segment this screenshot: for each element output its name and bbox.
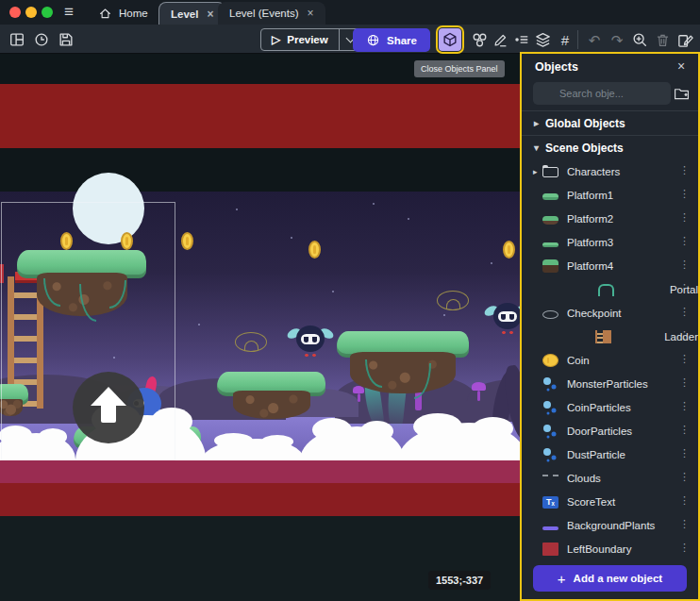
coin-object[interactable] — [181, 232, 193, 250]
redo-button[interactable]: ↷ — [606, 28, 628, 51]
object-item-scoretext[interactable]: ▸ ScoreText ⋮ — [522, 490, 698, 513]
object-item-leftboundary[interactable]: ▸ LeftBoundary ⋮ — [522, 537, 698, 560]
object-item-characters[interactable]: ▸ Characters ⋮ — [522, 159, 698, 183]
tab-close-icon[interactable]: × — [308, 7, 314, 20]
row-menu-icon[interactable]: ⋮ — [679, 235, 690, 247]
object-item-dustparticle[interactable]: ▸ DustParticle ⋮ — [522, 442, 698, 466]
row-menu-icon[interactable]: ⋮ — [679, 259, 690, 271]
delete-button[interactable] — [651, 28, 674, 51]
objects-panel: Objects × ▸ Global Objects ▾ Scene Objec… — [520, 52, 700, 601]
object-item-portal[interactable]: ▸ Portal ⋮ — [522, 277, 698, 301]
row-menu-icon[interactable]: ⋮ — [679, 353, 690, 365]
object-item-backgroundplants[interactable]: ▸ BackgroundPlants ⋮ — [522, 513, 698, 537]
row-menu-icon[interactable]: ⋮ — [679, 282, 690, 294]
preview-label: Preview — [287, 34, 327, 45]
row-menu-icon[interactable]: ⋮ — [679, 424, 690, 436]
edit-instance-icon — [676, 31, 694, 49]
scene-bottom-red-band[interactable] — [0, 483, 525, 516]
monster-object[interactable] — [290, 324, 331, 358]
scene-objects-list: ▸ Characters ⋮ ▸ Platform1 ⋮ ▸ Platform2… — [522, 159, 698, 560]
global-objects-section[interactable]: ▸ Global Objects — [522, 111, 698, 135]
caret-right-icon[interactable]: ▸ — [533, 167, 542, 176]
object-groups-button[interactable] — [468, 28, 491, 51]
panels-layout-button[interactable] — [6, 28, 28, 51]
close-panel-icon[interactable]: × — [673, 58, 690, 75]
checkpoint-object[interactable] — [437, 291, 469, 310]
object-item-platform2[interactable]: ▸ Platform2 ⋮ — [522, 207, 698, 230]
paint-edit-button[interactable] — [490, 28, 512, 51]
objects-panel-toggle-button[interactable] — [439, 28, 461, 51]
object-item-coinparticles[interactable]: ▸ CoinParticles ⋮ — [522, 395, 698, 419]
hamburger-menu-icon[interactable]: ≡ — [58, 1, 79, 24]
edit-instance-button[interactable] — [674, 28, 696, 51]
row-menu-icon[interactable]: ⋮ — [679, 164, 690, 176]
row-menu-icon[interactable]: ⋮ — [679, 376, 690, 389]
layers-icon — [534, 31, 552, 49]
caret-down-icon[interactable]: ▾ — [534, 142, 539, 153]
row-menu-icon[interactable]: ⋮ — [679, 188, 690, 200]
object-item-label: ScoreText — [567, 496, 615, 508]
cloud-object[interactable] — [202, 439, 304, 460]
row-menu-icon[interactable]: ⋮ — [679, 306, 690, 318]
purple-dash-icon — [542, 526, 558, 530]
row-menu-icon[interactable]: ⋮ — [679, 329, 690, 342]
platform-a-icon — [542, 193, 558, 200]
close-objects-panel-tooltip: Close Objects Panel — [414, 60, 505, 77]
row-menu-icon[interactable]: ⋮ — [679, 471, 690, 483]
preview-button[interactable]: ▷ Preview — [261, 29, 339, 50]
object-item-checkpoint[interactable]: ▸ Checkpoint ⋮ — [522, 301, 698, 325]
row-menu-icon[interactable]: ⋮ — [679, 447, 690, 459]
object-item-platform3[interactable]: ▸ Platform3 ⋮ — [522, 230, 698, 254]
traffic-light-close[interactable] — [9, 7, 21, 18]
object-item-ladder[interactable]: ▸ Ladder ⋮ — [522, 325, 698, 348]
object-item-platform1[interactable]: ▸ Platform1 ⋮ — [522, 183, 698, 207]
cloud-object[interactable] — [398, 423, 525, 460]
row-menu-icon[interactable]: ⋮ — [679, 518, 690, 530]
grid-button[interactable]: # — [554, 28, 576, 51]
object-item-doorparticles[interactable]: ▸ DoorParticles ⋮ — [522, 419, 698, 442]
scene-editor-canvas[interactable]: 1553;-337 — [0, 54, 525, 601]
scene-top-red-band[interactable] — [0, 84, 525, 148]
row-menu-icon[interactable]: ⋮ — [679, 400, 690, 412]
particles-icon — [542, 424, 558, 438]
tab-home[interactable]: Home — [87, 2, 159, 25]
object-item-label: Platform4 — [567, 260, 613, 272]
background-plant[interactable] — [472, 382, 486, 401]
coin-object[interactable] — [308, 241, 321, 259]
tab-close-icon[interactable]: × — [207, 8, 213, 21]
add-folder-icon[interactable] — [673, 85, 691, 103]
properties-button[interactable] — [510, 28, 533, 51]
tab-level-events[interactable]: Level (Events) × — [218, 2, 325, 25]
share-button[interactable]: Share — [353, 28, 430, 52]
platform-object[interactable] — [217, 372, 325, 419]
checkpoint-object[interactable] — [235, 332, 267, 352]
save-button[interactable] — [55, 28, 77, 51]
tab-level[interactable]: Level × — [158, 2, 225, 25]
cloud-object[interactable] — [300, 426, 404, 460]
home-icon — [98, 7, 112, 21]
row-menu-icon[interactable]: ⋮ — [679, 211, 690, 224]
object-item-coin[interactable]: ▸ Coin ⋮ — [522, 348, 698, 372]
search-input[interactable] — [533, 82, 671, 105]
zoom-button[interactable] — [628, 28, 651, 51]
object-item-clouds[interactable]: ▸ Clouds ⋮ — [522, 466, 698, 490]
scene-bottom-crimson-band[interactable] — [0, 460, 525, 483]
object-item-monsterparticles[interactable]: ▸ MonsterParticles ⋮ — [522, 372, 698, 395]
traffic-light-zoom[interactable] — [42, 7, 53, 18]
layers-button[interactable] — [531, 28, 554, 51]
save-icon — [58, 31, 75, 48]
object-item-label: DustParticle — [567, 449, 625, 460]
particles-icon — [542, 447, 558, 461]
add-new-object-button[interactable]: + Add a new object — [533, 565, 687, 592]
coin-object[interactable] — [503, 241, 515, 259]
history-button[interactable] — [30, 28, 53, 51]
undo-button[interactable]: ↶ — [583, 28, 606, 51]
preview-button-group: ▷ Preview — [260, 28, 362, 51]
platform-object[interactable] — [337, 331, 469, 393]
row-menu-icon[interactable]: ⋮ — [679, 494, 690, 507]
caret-right-icon[interactable]: ▸ — [534, 118, 539, 128]
row-menu-icon[interactable]: ⋮ — [679, 542, 690, 554]
traffic-light-minimize[interactable] — [25, 7, 37, 18]
object-item-platform4[interactable]: ▸ Platform4 ⋮ — [522, 254, 698, 277]
scene-objects-section[interactable]: ▾ Scene Objects — [522, 136, 698, 159]
